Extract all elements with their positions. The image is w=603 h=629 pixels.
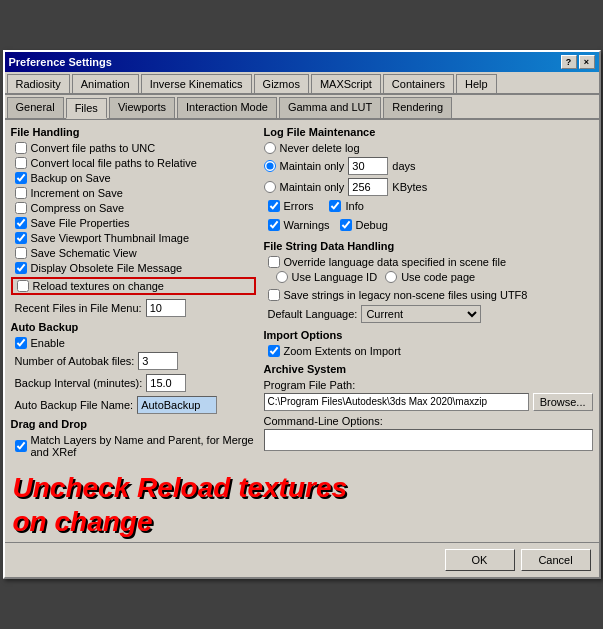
close-button[interactable]: × [579,55,595,69]
use-code-page-radio[interactable] [385,271,397,283]
maintain-kb-spinbox[interactable] [348,178,388,196]
debug-checkbox[interactable] [340,219,352,231]
save-file-props-label: Save File Properties [31,217,130,229]
preference-settings-window: Preference Settings ? × Radiosity Animat… [3,50,601,579]
save-thumbnail-checkbox[interactable] [15,232,27,244]
compress-on-save-row: Compress on Save [11,202,256,214]
recent-files-label: Recent Files in File Menu: [15,302,142,314]
errors-checkbox[interactable] [268,200,280,212]
save-strings-row: Save strings in legacy non-scene files u… [264,289,593,301]
convert-unc-label: Convert file paths to UNC [31,142,156,154]
tab-row-2: General Files Viewports Interaction Mode… [5,95,599,120]
tab-rendering[interactable]: Rendering [383,97,452,118]
tab-gizmos[interactable]: Gizmos [254,74,309,93]
archive-title: Archive System [264,363,593,375]
increment-on-save-checkbox[interactable] [15,187,27,199]
debug-row: Debug [340,219,388,231]
convert-unc-checkbox[interactable] [15,142,27,154]
footer: OK Cancel [5,542,599,577]
convert-relative-checkbox[interactable] [15,157,27,169]
tab-interaction-mode[interactable]: Interaction Mode [177,97,277,118]
reload-textures-label: Reload textures on change [33,280,164,292]
window-title: Preference Settings [9,56,112,68]
cancel-button[interactable]: Cancel [521,549,591,571]
log-maintenance-title: Log File Maintenance [264,126,593,138]
path-row: Browse... [264,393,593,411]
info-row: Info [329,200,363,212]
num-autobak-label: Number of Autobak files: [15,355,135,367]
tab-gamma-lut[interactable]: Gamma and LUT [279,97,381,118]
never-delete-row: Never delete log [264,142,593,154]
maintain-days-spinbox[interactable] [348,157,388,175]
tab-radiosity[interactable]: Radiosity [7,74,70,93]
tab-files[interactable]: Files [66,98,107,119]
main-content: File Handling Convert file paths to UNC … [5,120,599,467]
maintain-kb-label: Maintain only [280,181,345,193]
tab-general[interactable]: General [7,97,64,118]
reload-textures-checkbox[interactable] [17,280,29,292]
kb-label: KBytes [392,181,427,193]
convert-relative-row: Convert local file paths to Relative [11,157,256,169]
left-panel: File Handling Convert file paths to UNC … [11,126,256,461]
save-schematic-label: Save Schematic View [31,247,137,259]
use-lang-id-radio[interactable] [276,271,288,283]
errors-row: Errors [268,200,314,212]
backup-interval-label: Backup Interval (minutes): [15,377,143,389]
save-strings-label: Save strings in legacy non-scene files u… [284,289,528,301]
maintain-kb-radio[interactable] [264,181,276,193]
right-panel: Log File Maintenance Never delete log Ma… [264,126,593,461]
match-layers-checkbox[interactable] [15,440,27,452]
warnings-checkbox[interactable] [268,219,280,231]
num-autobak-spinbox[interactable] [138,352,178,370]
backup-interval-row: Backup Interval (minutes): [11,374,256,392]
maintain-days-radio[interactable] [264,160,276,172]
path-input[interactable] [264,393,529,411]
reload-textures-row: Reload textures on change [11,277,256,295]
ok-button[interactable]: OK [445,549,515,571]
save-schematic-checkbox[interactable] [15,247,27,259]
tab-help[interactable]: Help [456,74,497,93]
compress-on-save-checkbox[interactable] [15,202,27,214]
debug-label: Debug [356,219,388,231]
info-checkbox[interactable] [329,200,341,212]
default-lang-row: Default Language: Current [264,305,593,323]
never-delete-radio[interactable] [264,142,276,154]
backup-on-save-label: Backup on Save [31,172,111,184]
use-code-page-label: Use code page [401,271,475,283]
match-layers-row: Match Layers by Name and Parent, for Mer… [11,434,256,458]
enable-backup-checkbox[interactable] [15,337,27,349]
auto-backup-title: Auto Backup [11,321,256,333]
tab-animation[interactable]: Animation [72,74,139,93]
browse-button[interactable]: Browse... [533,393,593,411]
file-string-title: File String Data Handling [264,240,593,252]
tab-inverse-kinematics[interactable]: Inverse Kinematics [141,74,252,93]
backup-filename-input[interactable] [137,396,217,414]
tab-viewports[interactable]: Viewports [109,97,175,118]
drag-drop-title: Drag and Drop [11,418,256,430]
zoom-extents-label: Zoom Extents on Import [284,345,401,357]
cmdline-input[interactable] [264,429,593,451]
use-lang-id-row: Use Language ID [276,271,378,283]
override-language-row: Override language data specified in scen… [264,256,593,268]
convert-relative-label: Convert local file paths to Relative [31,157,197,169]
backup-interval-spinbox[interactable] [146,374,186,392]
save-file-props-checkbox[interactable] [15,217,27,229]
recent-files-spinbox[interactable] [146,299,186,317]
display-obsolete-checkbox[interactable] [15,262,27,274]
display-obsolete-row: Display Obsolete File Message [11,262,256,274]
default-lang-dropdown[interactable]: Current [361,305,481,323]
use-code-page-row: Use code page [385,271,475,283]
backup-on-save-row: Backup on Save [11,172,256,184]
tab-containers[interactable]: Containers [383,74,454,93]
default-lang-label: Default Language: [268,308,358,320]
warnings-row: Warnings [268,219,330,231]
override-language-checkbox[interactable] [268,256,280,268]
help-button[interactable]: ? [561,55,577,69]
zoom-extents-checkbox[interactable] [268,345,280,357]
save-strings-checkbox[interactable] [268,289,280,301]
override-language-label: Override language data specified in scen… [284,256,507,268]
backup-on-save-checkbox[interactable] [15,172,27,184]
convert-unc-row: Convert file paths to UNC [11,142,256,154]
tab-maxscript[interactable]: MAXScript [311,74,381,93]
maintain-days-row: Maintain only days [264,157,593,175]
